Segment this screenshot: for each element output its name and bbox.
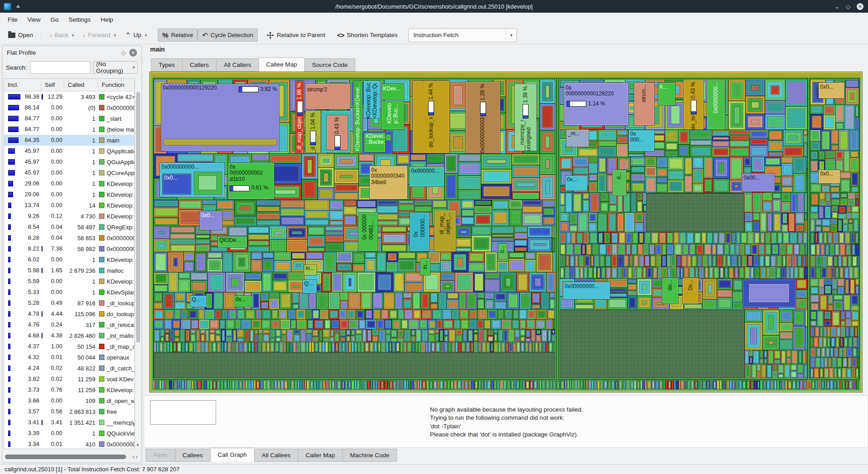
treemap-tile[interactable] (822, 219, 831, 226)
treemap-tile[interactable] (819, 287, 824, 295)
tab-caller-map[interactable]: Caller Map (298, 449, 342, 462)
back-dropdown-icon[interactable]: ▾ (72, 33, 74, 38)
treemap-tile[interactable] (209, 329, 215, 333)
treemap-tile[interactable] (481, 380, 485, 389)
treemap-tile[interactable] (819, 368, 823, 378)
graph-overview-box[interactable] (150, 400, 216, 425)
treemap-tile[interactable] (712, 147, 730, 157)
treemap-tile[interactable] (175, 292, 186, 302)
treemap-tile[interactable] (757, 380, 760, 389)
treemap-tile[interactable] (458, 175, 481, 190)
treemap-tile[interactable] (810, 279, 819, 286)
treemap-tile[interactable] (745, 114, 765, 130)
treemap-tile[interactable] (478, 342, 482, 352)
treemap-tile[interactable] (542, 207, 555, 216)
treemap-tile[interactable] (326, 380, 329, 389)
treemap-tile[interactable] (842, 368, 846, 378)
treemap-tile[interactable] (827, 327, 830, 337)
treemap-tile[interactable] (536, 252, 553, 272)
treemap-tile[interactable] (658, 267, 661, 279)
treemap-tile[interactable] (750, 145, 768, 157)
treemap-tile[interactable] (635, 213, 644, 223)
treemap-tile[interactable] (412, 292, 420, 309)
treemap-tile[interactable] (843, 219, 848, 224)
treemap-tile[interactable] (154, 200, 179, 207)
treemap-tile[interactable] (514, 232, 528, 239)
treemap-tile[interactable] (589, 181, 598, 193)
treemap-tile[interactable] (665, 142, 678, 151)
treemap-tile[interactable] (461, 319, 469, 329)
treemap-tile[interactable] (600, 193, 609, 202)
treemap-tile[interactable] (275, 337, 282, 342)
treemap-tile[interactable] (455, 342, 458, 352)
treemap-tile[interactable] (702, 380, 706, 389)
treemap-tile[interactable] (836, 327, 841, 337)
treemap-tile[interactable] (377, 200, 398, 205)
treemap-tile[interactable] (287, 239, 307, 252)
treemap-tile[interactable] (354, 342, 358, 352)
treemap-tile[interactable] (671, 267, 676, 279)
treemap-tile[interactable] (351, 336, 355, 342)
treemap-tile[interactable] (178, 380, 181, 389)
treemap-tile[interactable] (747, 255, 753, 267)
treemap-tile[interactable] (454, 380, 457, 389)
treemap-cell-0x00000000031d4e0[interactable]: 1.28 %0x00000000031d4e0 (465, 81, 500, 153)
treemap-tile[interactable] (696, 244, 704, 256)
treemap-tile[interactable] (627, 290, 637, 296)
treemap-tile[interactable] (330, 329, 334, 337)
treemap-tile[interactable] (618, 157, 630, 171)
treemap-tile[interactable] (781, 163, 793, 176)
treemap-tile[interactable] (552, 238, 555, 252)
treemap-tile[interactable] (848, 199, 855, 206)
treemap-tile[interactable] (439, 329, 444, 342)
treemap-tile[interactable] (849, 327, 854, 337)
treemap-tile[interactable] (781, 202, 791, 212)
treemap-tile[interactable] (810, 213, 818, 219)
column-header-self[interactable]: Self (41, 79, 64, 91)
treemap-tile[interactable] (243, 342, 248, 352)
treemap-tile[interactable] (770, 380, 774, 389)
treemap-tile[interactable] (757, 364, 761, 371)
treemap-tile[interactable] (359, 319, 366, 329)
treemap-tile[interactable] (255, 309, 262, 319)
treemap-tile[interactable] (248, 380, 251, 389)
treemap-tile[interactable] (501, 342, 505, 352)
treemap-tile[interactable] (778, 364, 784, 374)
treemap-tile[interactable] (803, 130, 807, 135)
treemap-tile[interactable] (753, 350, 759, 364)
treemap-tile[interactable] (199, 319, 210, 329)
treemap-tile[interactable] (681, 255, 687, 267)
treemap-tile[interactable] (397, 338, 404, 342)
treemap-tile[interactable] (684, 303, 703, 309)
treemap-tile[interactable] (745, 350, 749, 364)
treemap-tile[interactable] (344, 200, 356, 206)
treemap-tile[interactable] (592, 244, 599, 256)
treemap-tile[interactable] (239, 380, 243, 389)
treemap-tile[interactable] (252, 154, 269, 161)
treemap-tile[interactable] (796, 289, 807, 299)
treemap-tile[interactable] (652, 267, 658, 279)
treemap-tile[interactable] (707, 232, 713, 244)
treemap-tile[interactable] (763, 335, 779, 350)
treemap-tile[interactable] (717, 255, 722, 267)
forward-dropdown-icon[interactable]: ▾ (114, 33, 116, 38)
treemap-tile[interactable] (852, 357, 857, 368)
treemap-tile[interactable] (405, 282, 423, 292)
treemap-tile[interactable] (825, 244, 829, 256)
treemap-tile[interactable] (637, 279, 651, 296)
treemap-tile[interactable] (306, 309, 312, 319)
treemap-tile[interactable] (262, 252, 274, 259)
treemap-tile[interactable] (334, 329, 340, 333)
treemap-tile[interactable] (547, 309, 555, 319)
treemap-tile[interactable] (781, 193, 791, 202)
treemap-cell-0x[interactable]: 0x... (565, 175, 587, 191)
treemap-tile[interactable] (826, 380, 830, 389)
treemap-tile[interactable] (713, 380, 717, 389)
treemap-tile[interactable] (804, 213, 807, 220)
treemap-tile[interactable] (631, 173, 646, 181)
treemap-tile[interactable] (195, 239, 210, 244)
treemap-tile[interactable] (542, 380, 546, 389)
treemap-cell-0x[interactable]: 0x0000000034034be8 (369, 166, 408, 199)
treemap-tile[interactable] (334, 192, 359, 200)
treemap-tile[interactable] (790, 364, 797, 371)
